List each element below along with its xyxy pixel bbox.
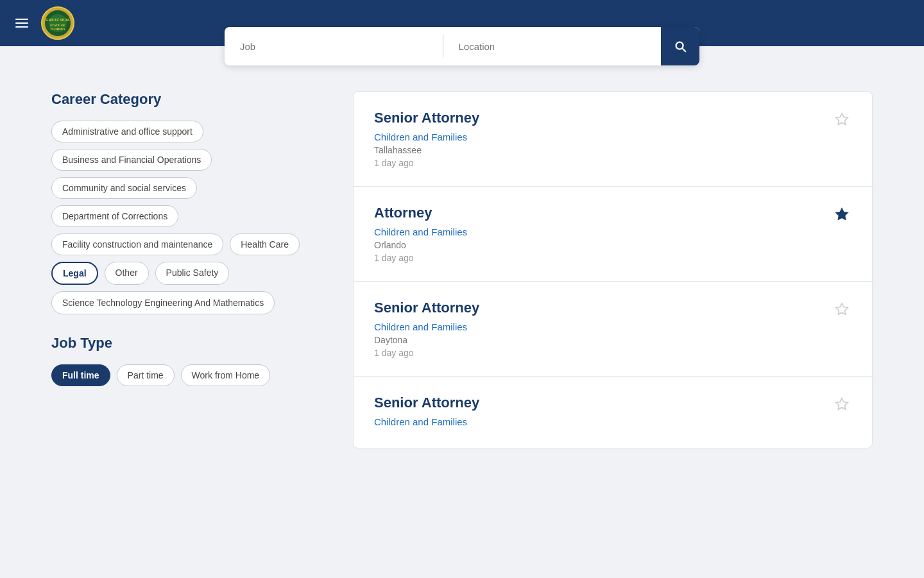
job-title-4: Senior Attorney bbox=[374, 395, 851, 411]
star-filled-icon bbox=[835, 207, 849, 221]
sidebar: Career Category Administrative and offic… bbox=[51, 91, 327, 448]
job-location-1: Tallahassee bbox=[374, 145, 851, 155]
filter-healthcare[interactable]: Health Care bbox=[230, 234, 300, 255]
svg-marker-8 bbox=[836, 398, 848, 409]
filter-parttime[interactable]: Part time bbox=[117, 364, 175, 386]
search-button[interactable] bbox=[661, 27, 699, 65]
filter-safety[interactable]: Public Safety bbox=[155, 262, 230, 285]
filter-admin[interactable]: Administrative and office support bbox=[51, 121, 203, 142]
filter-facility[interactable]: Facility construction and maintenance bbox=[51, 234, 223, 255]
job-card-3[interactable]: Senior Attorney Children and Families Da… bbox=[353, 281, 873, 376]
job-dept-1: Children and Families bbox=[374, 132, 851, 142]
bookmark-button-1[interactable] bbox=[832, 110, 851, 133]
filter-community[interactable]: Community and social services bbox=[51, 177, 197, 199]
svg-marker-6 bbox=[836, 208, 848, 219]
svg-marker-5 bbox=[836, 114, 848, 124]
job-title-3: Senior Attorney bbox=[374, 300, 851, 316]
job-card-2[interactable]: Attorney Children and Families Orlando 1… bbox=[353, 186, 873, 281]
job-title-2: Attorney bbox=[374, 205, 851, 221]
job-card-1[interactable]: Senior Attorney Children and Families Ta… bbox=[353, 91, 873, 186]
job-dept-2: Children and Families bbox=[374, 226, 851, 237]
filter-stem[interactable]: Science Technology Engineering And Mathe… bbox=[51, 291, 275, 314]
job-time-1: 1 day ago bbox=[374, 158, 851, 168]
job-card-4[interactable]: Senior Attorney Children and Families bbox=[353, 376, 873, 448]
star-outline-icon bbox=[835, 112, 849, 126]
bookmark-button-3[interactable] bbox=[832, 300, 851, 323]
job-location-2: Orlando bbox=[374, 240, 851, 250]
job-list: Senior Attorney Children and Families Ta… bbox=[353, 91, 873, 448]
job-search-input[interactable] bbox=[225, 27, 443, 65]
filter-corrections[interactable]: Department of Corrections bbox=[51, 205, 178, 227]
job-title-1: Senior Attorney bbox=[374, 110, 851, 126]
search-icon bbox=[673, 39, 687, 53]
job-type-title: Job Type bbox=[51, 335, 327, 352]
job-dept-4: Children and Families bbox=[374, 416, 851, 427]
job-dept-3: Children and Families bbox=[374, 321, 851, 332]
career-category-filters: Administrative and office support Busine… bbox=[51, 121, 327, 314]
svg-text:GREAT SEAL: GREAT SEAL bbox=[46, 18, 70, 22]
filter-fulltime[interactable]: Full time bbox=[51, 364, 110, 386]
location-search-input[interactable] bbox=[443, 27, 662, 65]
filter-legal[interactable]: Legal bbox=[51, 262, 98, 285]
job-type-filters: Full time Part time Work from Home bbox=[51, 364, 327, 386]
bookmark-button-2[interactable] bbox=[832, 205, 851, 228]
search-bar bbox=[225, 27, 699, 65]
career-category-title: Career Category bbox=[51, 91, 327, 108]
main-content: Career Category Administrative and offic… bbox=[0, 65, 924, 474]
bookmark-button-4[interactable] bbox=[832, 395, 851, 418]
svg-marker-7 bbox=[836, 303, 848, 314]
filter-other[interactable]: Other bbox=[105, 262, 149, 285]
filter-wfh[interactable]: Work from Home bbox=[181, 364, 271, 386]
job-time-2: 1 day ago bbox=[374, 253, 851, 263]
star-outline-icon-4 bbox=[835, 397, 849, 411]
job-location-3: Daytona bbox=[374, 335, 851, 345]
star-outline-icon-3 bbox=[835, 302, 849, 316]
search-container bbox=[0, 27, 924, 65]
job-time-3: 1 day ago bbox=[374, 348, 851, 358]
filter-business[interactable]: Business and Financial Operations bbox=[51, 149, 212, 171]
